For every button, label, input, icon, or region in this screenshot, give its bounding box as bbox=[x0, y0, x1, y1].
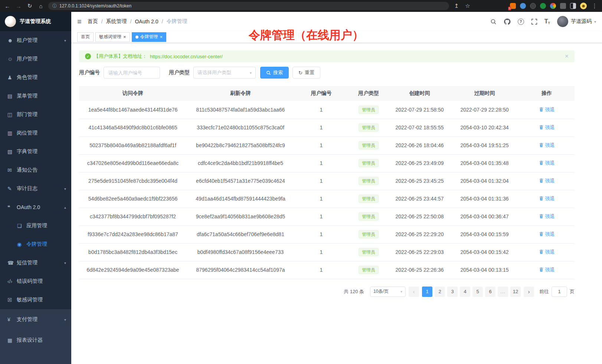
breadcrumb-item[interactable]: 首页 bbox=[88, 18, 98, 25]
sidepanel-icon[interactable] bbox=[570, 3, 576, 9]
force-logout-link[interactable]: 强退 bbox=[539, 213, 555, 220]
sidebar-item-oauth-token[interactable]: ◉令牌管理 bbox=[0, 235, 71, 254]
tab-sensitive[interactable]: 敏感词管理× bbox=[95, 32, 130, 42]
page-button-6[interactable]: 6 bbox=[485, 287, 495, 297]
page-button-12[interactable]: 12 bbox=[510, 287, 521, 297]
sidebar-item-sensitive[interactable]: ☒敏感词管理 bbox=[0, 291, 71, 309]
app-logo[interactable]: 芋道管理系统 bbox=[0, 12, 71, 31]
created-time-cell: 2022-06-25 23:44:57 bbox=[389, 190, 450, 208]
github-icon[interactable] bbox=[504, 18, 511, 25]
sidebar-item-errorcode[interactable]: ‹/›错误码管理 bbox=[0, 272, 71, 291]
browser-forward-icon[interactable]: → bbox=[15, 3, 22, 9]
help-icon[interactable]: ? bbox=[518, 19, 524, 25]
extension-icon[interactable] bbox=[560, 3, 566, 9]
site-info-icon[interactable]: ⓘ bbox=[52, 3, 57, 9]
total-count: 共 120 条 bbox=[344, 288, 364, 295]
extension-icon[interactable] bbox=[520, 3, 526, 9]
sidebar-item-post[interactable]: ▥岗位管理 bbox=[0, 124, 71, 142]
user-type-cell: 管理员 bbox=[348, 154, 389, 172]
font-size-icon[interactable]: TT bbox=[544, 18, 550, 25]
browser-back-icon[interactable]: ← bbox=[4, 3, 11, 9]
goto-page: 前往 页 bbox=[539, 287, 575, 297]
extension-icon[interactable] bbox=[530, 3, 536, 9]
page-button-5[interactable]: 5 bbox=[472, 287, 483, 297]
tab-close-icon[interactable]: × bbox=[123, 34, 126, 39]
sidebar-item-dept[interactable]: ◫部门管理 bbox=[0, 105, 71, 124]
page-size-select[interactable]: 10条/页 ▾ bbox=[370, 287, 406, 297]
user-type-badge: 管理员 bbox=[359, 230, 379, 238]
goto-page-input[interactable] bbox=[552, 287, 567, 297]
browser-home-icon[interactable]: ⌂ bbox=[37, 3, 45, 9]
sidebar-item-dict[interactable]: ▧字典管理 bbox=[0, 142, 71, 161]
sidebar-item-pay[interactable]: ¥支付管理▾ bbox=[0, 309, 71, 330]
prev-page-button[interactable]: ‹ bbox=[409, 287, 419, 297]
user-type-cell: 管理员 bbox=[348, 243, 389, 261]
force-logout-link[interactable]: 强退 bbox=[539, 195, 555, 202]
alert-close-icon[interactable]: × bbox=[565, 53, 569, 60]
page-button-3[interactable]: 3 bbox=[447, 287, 458, 297]
expire-time-cell: 2054-03-04 01:31:36 bbox=[450, 190, 519, 208]
force-logout-link[interactable]: 强退 bbox=[539, 231, 555, 238]
doc-link[interactable]: https://doc.iocoder.cn/user-center/ bbox=[150, 54, 223, 59]
created-time-cell: 2022-06-26 18:04:46 bbox=[389, 136, 450, 154]
sidebar-item-user[interactable]: ☺用户管理 bbox=[0, 50, 71, 68]
sidebar-item-menu[interactable]: ▤菜单管理 bbox=[0, 87, 71, 105]
share-icon[interactable]: ↥ bbox=[453, 3, 460, 9]
app-title: 芋道管理系统 bbox=[20, 18, 51, 25]
sidebar-item-audit[interactable]: ✎审计日志▾ bbox=[0, 179, 71, 198]
address-bar[interactable]: ⓘ 127.0.0.1:1024/system/oauth2/token bbox=[48, 2, 449, 10]
sidebar-item-oauth[interactable]: ❝OAuth 2.0▴ bbox=[0, 198, 71, 216]
pages-ellipsis-button[interactable]: ... bbox=[498, 287, 508, 297]
breadcrumb-item[interactable]: 系统管理 bbox=[106, 18, 127, 25]
search-button[interactable]: 搜索 bbox=[260, 67, 289, 79]
sidebar-item-label: 通知公告 bbox=[17, 167, 66, 173]
sidebar-item-tenant[interactable]: ☻租户管理▾ bbox=[0, 31, 71, 50]
trash-icon bbox=[539, 267, 544, 272]
browser-extensions-area: 0 ☻ ⋮ bbox=[510, 3, 598, 9]
force-logout-link[interactable]: 强退 bbox=[539, 124, 555, 131]
table-row: b0d1785bc3a8482f812db4a3f3bd15ecb0df4980… bbox=[79, 243, 575, 261]
force-logout-link[interactable]: 强退 bbox=[539, 106, 555, 113]
page-button-1[interactable]: 1 bbox=[422, 287, 432, 297]
tab-token[interactable]: 令牌管理× bbox=[132, 32, 167, 42]
tenants-icon: ☻ bbox=[7, 37, 17, 43]
breadcrumb-separator: / bbox=[130, 19, 132, 24]
tab-home[interactable]: 首页 bbox=[77, 32, 94, 42]
expire-time-cell: 2054-03-04 00:15:59 bbox=[450, 225, 519, 243]
force-logout-link[interactable]: 强退 bbox=[539, 160, 555, 166]
force-logout-link[interactable]: 强退 bbox=[539, 267, 555, 273]
force-logout-label: 强退 bbox=[545, 231, 555, 238]
force-logout-link[interactable]: 强退 bbox=[539, 142, 555, 149]
extension-icon[interactable] bbox=[550, 3, 556, 9]
browser-reload-icon[interactable]: ↻ bbox=[26, 3, 33, 9]
chevron-up-icon: ▴ bbox=[64, 205, 66, 209]
tab-close-icon[interactable]: × bbox=[160, 34, 163, 39]
reset-button[interactable]: ↻ 重置 bbox=[292, 67, 320, 79]
next-page-button[interactable]: › bbox=[524, 287, 534, 297]
page-button-2[interactable]: 2 bbox=[435, 287, 445, 297]
user-type-select[interactable]: 请选择用户类型 ▾ bbox=[193, 67, 256, 79]
sidebar-item-sms[interactable]: ☎短信管理▾ bbox=[0, 254, 71, 272]
extension-icon[interactable] bbox=[540, 3, 546, 9]
page-button-4[interactable]: 4 bbox=[460, 287, 470, 297]
extension-icon[interactable]: 0 bbox=[510, 3, 516, 9]
sidebar-item-report[interactable]: ▦报表设计器 bbox=[0, 330, 71, 351]
sidebar-item-role[interactable]: ♟角色管理 bbox=[0, 68, 71, 87]
sidebar-toggle-icon[interactable]: ≡ bbox=[77, 17, 82, 26]
dictionary-icon: ▧ bbox=[7, 149, 17, 155]
refresh-token-cell: 333ecfc71e02480cb11055c875c3ca0f bbox=[187, 119, 294, 136]
browser-menu-icon[interactable]: ⋮ bbox=[591, 3, 598, 9]
breadcrumb-item[interactable]: OAuth 2.0 bbox=[135, 19, 158, 24]
force-logout-link[interactable]: 强退 bbox=[539, 178, 555, 184]
url-text: 127.0.0.1:1024/system/oauth2/token bbox=[59, 3, 131, 9]
main-area: ≡ 首页/系统管理/OAuth 2.0/令牌管理 ? TT 芋道源码 ▾ 首页敏… bbox=[71, 12, 602, 364]
search-icon[interactable] bbox=[490, 19, 497, 25]
browser-profile-avatar[interactable]: ☻ bbox=[580, 3, 587, 9]
sidebar-item-notice[interactable]: ✉通知公告 bbox=[0, 161, 71, 179]
fullscreen-icon[interactable] bbox=[531, 19, 537, 25]
force-logout-link[interactable]: 强退 bbox=[539, 249, 555, 255]
sidebar-item-oauth-app[interactable]: ❏应用管理 bbox=[0, 216, 71, 235]
bookmark-star-icon[interactable]: ☆ bbox=[464, 3, 471, 9]
user-id-input[interactable] bbox=[104, 67, 160, 79]
user-menu[interactable]: 芋道源码 ▾ bbox=[557, 16, 596, 27]
